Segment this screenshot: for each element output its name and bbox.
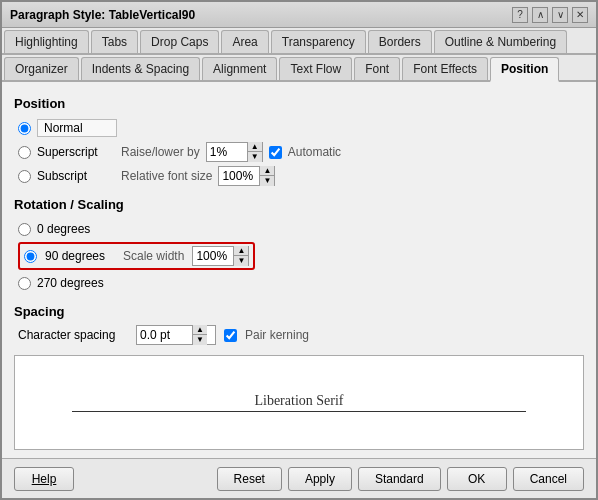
relative-font-spinner-btns: ▲ ▼ <box>259 166 274 186</box>
title-bar: Paragraph Style: TableVertical90 ? ∧ ∨ ✕ <box>2 2 596 28</box>
raise-lower-label: Raise/lower by <box>121 145 200 159</box>
help-button[interactable]: Help <box>14 467 74 491</box>
scale-width-spinner-btns: ▲ ▼ <box>233 246 248 266</box>
270-degrees-label: 270 degrees <box>37 276 107 290</box>
tab-font[interactable]: Font <box>354 57 400 80</box>
tabs-row-1: Highlighting Tabs Drop Caps Area Transpa… <box>2 28 596 55</box>
superscript-label: Superscript <box>37 145 107 159</box>
tab-text-flow[interactable]: Text Flow <box>279 57 352 80</box>
rotation-radio-group: 0 degrees 90 degrees Scale width ▲ ▼ 270 <box>14 218 584 294</box>
normal-label: Normal <box>37 119 117 137</box>
preview-box: Liberation Serif <box>14 355 584 450</box>
tab-borders[interactable]: Borders <box>368 30 432 53</box>
radio-normal[interactable] <box>18 122 31 135</box>
ok-button[interactable]: OK <box>447 467 507 491</box>
pair-kerning-checkbox[interactable] <box>224 329 237 342</box>
character-spacing-input[interactable] <box>137 326 192 344</box>
title-bar-buttons: ? ∧ ∨ ✕ <box>512 7 588 23</box>
apply-button[interactable]: Apply <box>288 467 352 491</box>
main-window: Paragraph Style: TableVertical90 ? ∧ ∨ ✕… <box>0 0 598 500</box>
close-button[interactable]: ✕ <box>572 7 588 23</box>
raise-lower-spinner[interactable]: ▲ ▼ <box>206 142 263 162</box>
maximize-button[interactable]: ∨ <box>552 7 568 23</box>
character-spacing-label: Character spacing <box>18 328 128 342</box>
reset-button[interactable]: Reset <box>217 467 282 491</box>
subscript-label: Subscript <box>37 169 107 183</box>
rotation-section-title: Rotation / Scaling <box>14 197 584 212</box>
window-title: Paragraph Style: TableVertical90 <box>10 8 195 22</box>
tab-drop-caps[interactable]: Drop Caps <box>140 30 219 53</box>
relative-font-up-btn[interactable]: ▲ <box>260 166 274 176</box>
radio-row-subscript: Subscript Relative font size ▲ ▼ <box>18 165 584 187</box>
position-section-title: Position <box>14 96 584 111</box>
tab-outline-numbering[interactable]: Outline & Numbering <box>434 30 567 53</box>
pair-kerning-label: Pair kerning <box>245 328 309 342</box>
character-spacing-spinner[interactable]: ▲ ▼ <box>136 325 216 345</box>
scale-width-up-btn[interactable]: ▲ <box>234 246 248 256</box>
character-spacing-spinner-btns: ▲ ▼ <box>192 325 207 345</box>
tabs-row-2: Organizer Indents & Spacing Alignment Te… <box>2 55 596 82</box>
help-icon-btn[interactable]: ? <box>512 7 528 23</box>
relative-font-input[interactable] <box>219 167 259 185</box>
tab-indents-spacing[interactable]: Indents & Spacing <box>81 57 200 80</box>
footer-left: Help <box>14 467 74 491</box>
tab-tabs[interactable]: Tabs <box>91 30 138 53</box>
tab-transparency[interactable]: Transparency <box>271 30 366 53</box>
subscript-controls: Relative font size ▲ ▼ <box>121 166 275 186</box>
radio-subscript[interactable] <box>18 170 31 183</box>
scale-width-spinner[interactable]: ▲ ▼ <box>192 246 249 266</box>
radio-row-normal: Normal <box>18 117 584 139</box>
relative-font-down-btn[interactable]: ▼ <box>260 176 274 186</box>
radio-superscript[interactable] <box>18 146 31 159</box>
radio-270-degrees[interactable] <box>18 277 31 290</box>
radio-90-degrees[interactable] <box>24 250 37 263</box>
tab-position[interactable]: Position <box>490 57 559 82</box>
main-content: Position Normal Superscript Raise/lower … <box>2 82 596 458</box>
char-spacing-up-btn[interactable]: ▲ <box>193 325 207 335</box>
90-degrees-label: 90 degrees <box>45 249 115 263</box>
raise-lower-up-btn[interactable]: ▲ <box>248 142 262 152</box>
radio-0-degrees[interactable] <box>18 223 31 236</box>
raise-lower-down-btn[interactable]: ▼ <box>248 152 262 162</box>
scale-width-input[interactable] <box>193 247 233 265</box>
automatic-label: Automatic <box>288 145 341 159</box>
radio-row-270deg: 270 degrees <box>18 272 584 294</box>
raise-lower-input[interactable] <box>207 143 247 161</box>
automatic-checkbox[interactable] <box>269 146 282 159</box>
scale-width-label: Scale width <box>123 249 184 263</box>
spacing-section-title: Spacing <box>14 304 584 319</box>
relative-font-label: Relative font size <box>121 169 212 183</box>
radio-row-0deg: 0 degrees <box>18 218 584 240</box>
footer: Help Reset Apply Standard OK Cancel <box>2 458 596 498</box>
relative-font-spinner[interactable]: ▲ ▼ <box>218 166 275 186</box>
char-spacing-down-btn[interactable]: ▼ <box>193 335 207 345</box>
tab-alignment[interactable]: Alignment <box>202 57 277 80</box>
0-degrees-label: 0 degrees <box>37 222 107 236</box>
tab-area[interactable]: Area <box>221 30 268 53</box>
standard-button[interactable]: Standard <box>358 467 441 491</box>
raise-lower-spinner-btns: ▲ ▼ <box>247 142 262 162</box>
tab-organizer[interactable]: Organizer <box>4 57 79 80</box>
cancel-button[interactable]: Cancel <box>513 467 584 491</box>
position-radio-group: Normal Superscript Raise/lower by ▲ ▼ <box>14 117 584 187</box>
radio-row-superscript: Superscript Raise/lower by ▲ ▼ Automatic <box>18 141 584 163</box>
preview-text: Liberation Serif <box>72 393 526 412</box>
spacing-row: Character spacing ▲ ▼ Pair kerning <box>18 325 584 345</box>
tab-font-effects[interactable]: Font Effects <box>402 57 488 80</box>
scale-width-down-btn[interactable]: ▼ <box>234 256 248 266</box>
radio-row-90deg-highlighted: 90 degrees Scale width ▲ ▼ <box>18 242 255 270</box>
superscript-controls: Raise/lower by ▲ ▼ Automatic <box>121 142 341 162</box>
tab-highlighting[interactable]: Highlighting <box>4 30 89 53</box>
minimize-button[interactable]: ∧ <box>532 7 548 23</box>
footer-right: Reset Apply Standard OK Cancel <box>217 467 584 491</box>
